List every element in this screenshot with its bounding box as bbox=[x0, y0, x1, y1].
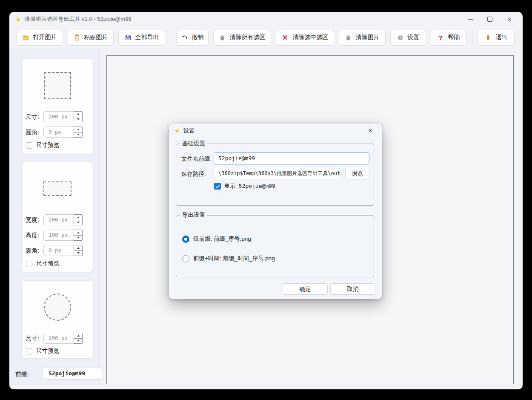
show-prefix-label: 显示 52pojie@m99 bbox=[224, 182, 275, 190]
arrow-up-icon bbox=[77, 232, 80, 233]
square-corner-value[interactable]: 0 px bbox=[44, 127, 74, 137]
square-preview-checkbox[interactable] bbox=[26, 142, 32, 149]
browse-label: 浏览 bbox=[352, 170, 363, 178]
clear-all-selections-button[interactable]: 清除所有选区 bbox=[213, 30, 271, 46]
prefix-time-radio[interactable] bbox=[182, 255, 189, 262]
square-corner-label: 圆角: bbox=[26, 127, 39, 138]
square-corner-stepper[interactable]: 0 px bbox=[43, 127, 83, 138]
undo-button[interactable]: 撤销 bbox=[176, 30, 209, 46]
settings-label: 设置 bbox=[408, 34, 420, 41]
rect-height-row: 高度: 100 px bbox=[22, 230, 93, 241]
clear-image-button[interactable]: 清除图片 bbox=[339, 30, 386, 46]
ok-button[interactable]: 确定 bbox=[283, 283, 328, 295]
dialog-title-bar: ★ 设置 × bbox=[169, 124, 382, 138]
export-settings-group: 导出设置 仅前缀: 前缀_序号.png 前缀+时间: 前缀_时间_序号.png bbox=[176, 215, 374, 277]
rect-width-stepper[interactable]: 200 px bbox=[43, 214, 83, 225]
spin-down-button[interactable] bbox=[74, 338, 82, 344]
square-preview-checkbox-row: 尺寸预览 bbox=[26, 142, 59, 149]
dialog-close-button[interactable]: × bbox=[362, 125, 378, 137]
circle-size-value[interactable]: 200 px bbox=[44, 333, 74, 343]
exit-button[interactable]: 退出 bbox=[478, 30, 515, 46]
arrow-down-icon bbox=[77, 118, 80, 120]
maximize-button[interactable] bbox=[480, 13, 500, 26]
filename-prefix-label: 文件名前缀: bbox=[181, 155, 212, 163]
rect-height-spin-buttons bbox=[74, 230, 83, 241]
red-x-icon bbox=[282, 34, 289, 41]
clear-selected-selection-label: 清除选中选区 bbox=[292, 34, 328, 41]
circle-preview-checkbox[interactable] bbox=[26, 348, 32, 354]
paste-image-button[interactable]: 粘贴图片 bbox=[68, 30, 114, 46]
dashed-circle-icon bbox=[44, 294, 71, 321]
arrow-up-icon bbox=[77, 113, 80, 115]
prefix-only-radio[interactable] bbox=[182, 236, 189, 243]
circle-size-label: 尺寸: bbox=[26, 333, 39, 344]
show-prefix-checkbox[interactable] bbox=[214, 183, 221, 190]
rectangle-shape-preview[interactable] bbox=[22, 181, 93, 196]
prefix-input[interactable]: 52pojie@m99 bbox=[43, 368, 102, 380]
rect-preview-checkbox-row: 尺寸预览 bbox=[26, 260, 59, 267]
arrow-up-icon bbox=[77, 129, 80, 130]
square-corner-row: 圆角: 0 px bbox=[22, 127, 93, 138]
clear-selected-selection-button[interactable]: 清除选中选区 bbox=[276, 30, 334, 46]
spin-up-button[interactable] bbox=[74, 127, 82, 132]
rect-corner-stepper[interactable]: 0 px bbox=[43, 245, 83, 256]
ok-label: 确定 bbox=[300, 285, 311, 293]
app-window: ★ 批量图片选区导出工具 v1.0 - 52pojie@m99 × 打开图片 粘… bbox=[9, 12, 523, 389]
clear-all-selections-label: 清除所有选区 bbox=[230, 34, 266, 41]
square-selection-panel: 尺寸: 200 px 圆角: 0 px 尺寸预览 bbox=[21, 58, 94, 154]
rect-preview-label: 尺寸预览 bbox=[36, 260, 59, 268]
square-size-stepper[interactable]: 200 px bbox=[43, 111, 83, 122]
open-image-label: 打开图片 bbox=[33, 34, 57, 41]
browse-button[interactable]: 浏览 bbox=[345, 168, 369, 179]
trash-icon bbox=[345, 34, 352, 41]
circle-size-stepper[interactable]: 200 px bbox=[43, 333, 83, 344]
spin-down-button[interactable] bbox=[74, 250, 82, 256]
rectangle-selection-panel: 宽度: 200 px 高度: 100 px 圆角: 0 p bbox=[21, 162, 94, 272]
spin-down-button[interactable] bbox=[74, 235, 82, 241]
spin-up-button[interactable] bbox=[74, 245, 82, 250]
spin-up-button[interactable] bbox=[74, 112, 82, 117]
spin-down-button[interactable] bbox=[74, 132, 82, 138]
circle-selection-panel: 尺寸: 200 px 尺寸预览 bbox=[21, 280, 94, 359]
trash-icon bbox=[219, 34, 226, 41]
dialog-star-icon: ★ bbox=[174, 128, 180, 134]
filename-prefix-input[interactable]: 52pojie@m99 bbox=[214, 152, 369, 164]
spin-up-button[interactable] bbox=[74, 333, 82, 338]
show-prefix-checkbox-row: 显示 52pojie@m99 bbox=[214, 182, 275, 190]
save-path-input[interactable]: \360zip$Temp\360$3\批量图片选区导出工具\output bbox=[214, 168, 340, 179]
rect-height-value[interactable]: 100 px bbox=[44, 230, 74, 240]
export-all-button[interactable]: 全部导出 bbox=[118, 30, 165, 46]
save-path-label: 保存路径: bbox=[181, 170, 206, 178]
circle-shape-preview[interactable] bbox=[22, 294, 93, 321]
export-settings-title: 导出设置 bbox=[180, 211, 207, 219]
spin-down-button[interactable] bbox=[74, 117, 82, 122]
dialog-title: 设置 bbox=[183, 127, 195, 135]
close-button[interactable]: × bbox=[500, 13, 519, 26]
rect-corner-value[interactable]: 0 px bbox=[44, 245, 74, 256]
rect-corner-row: 圆角: 0 px bbox=[22, 245, 93, 256]
help-button[interactable]: ? 帮助 bbox=[431, 30, 466, 46]
square-size-value[interactable]: 200 px bbox=[44, 112, 74, 122]
spin-up-button[interactable] bbox=[74, 215, 82, 220]
prefix-time-label: 前缀+时间: 前缀_时间_序号.png bbox=[193, 255, 275, 262]
basic-settings-group: 基础设置 文件名前缀: 52pojie@m99 保存路径: \360zip$Te… bbox=[176, 144, 374, 206]
spin-up-button[interactable] bbox=[74, 230, 82, 235]
circle-preview-checkbox-row: 尺寸预览 bbox=[26, 348, 59, 354]
spin-down-button[interactable] bbox=[74, 220, 82, 225]
minimize-icon bbox=[468, 19, 473, 20]
arrow-up-icon bbox=[77, 216, 80, 218]
cancel-label: 取消 bbox=[347, 285, 359, 293]
open-image-button[interactable]: 打开图片 bbox=[16, 30, 63, 46]
settings-button[interactable]: 设置 bbox=[390, 30, 426, 46]
rect-width-value[interactable]: 200 px bbox=[44, 215, 74, 225]
rect-preview-checkbox[interactable] bbox=[26, 261, 32, 267]
minimize-button[interactable] bbox=[460, 13, 480, 26]
cancel-button[interactable]: 取消 bbox=[330, 283, 375, 295]
export-all-label: 全部导出 bbox=[135, 34, 159, 41]
rect-height-stepper[interactable]: 100 px bbox=[43, 230, 83, 241]
toolbar: 打开图片 粘贴图片 全部导出 撤销 清除所有选区 bbox=[9, 28, 523, 47]
folder-icon bbox=[23, 34, 29, 41]
exit-label: 退出 bbox=[495, 34, 507, 41]
square-preview-label: 尺寸预览 bbox=[36, 141, 59, 149]
square-shape-preview[interactable] bbox=[22, 72, 93, 99]
